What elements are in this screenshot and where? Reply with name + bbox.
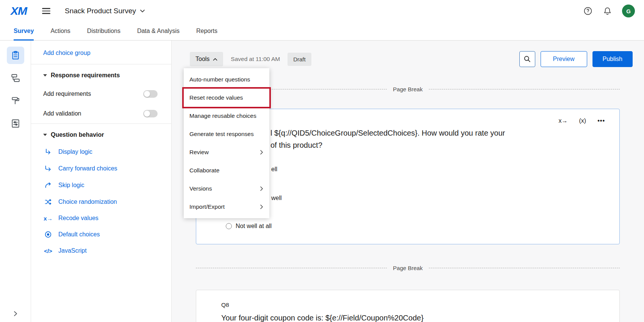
page-break-dash (196, 268, 387, 268)
chevron-right-icon (260, 186, 263, 191)
section-question-behavior[interactable]: Question behavior (31, 124, 171, 144)
menu-item-manage-reusable-choices[interactable]: Manage reusable choices (184, 107, 269, 125)
rail-survey-flow-button[interactable] (7, 69, 24, 87)
preview-button[interactable]: Preview (541, 51, 587, 67)
page-break-label: Page Break (393, 86, 422, 92)
question-id-label: Q8 (221, 302, 229, 308)
caret-down-icon (43, 134, 47, 136)
skip-logic-item[interactable]: Skip logic (31, 177, 171, 194)
add-validation-label: Add validation (43, 110, 81, 117)
rail-expand-button[interactable] (0, 311, 31, 317)
default-choices-item[interactable]: Default choices (31, 226, 171, 243)
question-text[interactable]: Your four-digit coupon code is: ${e://Fi… (221, 314, 424, 322)
chevron-right-icon (260, 204, 263, 209)
tab-survey[interactable]: Survey (14, 22, 34, 40)
menu-item-import-export[interactable]: Import/Export (184, 198, 269, 216)
menu-item-label: Generate test responses (189, 131, 254, 138)
menu-item-label: Auto-number questions (189, 76, 250, 83)
question-text-line1[interactable]: l ${q://QID5/ChoiceGroup/SelectedChoices… (270, 129, 505, 138)
menu-item-review[interactable]: Review (184, 143, 269, 161)
publish-button[interactable]: Publish (592, 51, 633, 67)
skip-logic-label: Skip logic (58, 182, 84, 189)
recode-values-item[interactable]: x→ Recode values (31, 210, 171, 226)
page-break-dash (429, 89, 620, 89)
menu-item-label: Review (189, 149, 209, 156)
question-text-line2[interactable]: of this product? (270, 141, 322, 150)
carry-forward-icon (44, 165, 52, 172)
menu-item-label: Reset recode values (189, 94, 243, 101)
tools-dropdown-button[interactable]: Tools (190, 52, 223, 66)
question-editing-panel: Add choice group Response requirements A… (31, 41, 172, 322)
piped-text-icon[interactable]: (x) (579, 117, 586, 124)
save-status-text: Saved at 11:00 AM (231, 56, 280, 63)
add-requirements-row: Add requirements (31, 84, 171, 104)
survey-options-icon (11, 119, 20, 128)
choice-option-fragment[interactable]: well (271, 195, 282, 202)
choice-randomization-item[interactable]: Choice randomization (31, 194, 171, 210)
carry-forward-choices-item[interactable]: Carry forward choices (31, 160, 171, 177)
choice-option-label: Not well at all (236, 223, 272, 230)
tools-button-label: Tools (195, 56, 209, 63)
menu-item-auto-number-questions[interactable]: Auto-number questions (184, 70, 269, 89)
default-choices-label: Default choices (58, 231, 100, 238)
recode-values-label: Recode values (58, 215, 98, 222)
survey-title-dropdown[interactable]: Snack Product Survey (65, 7, 145, 15)
menu-item-label: Import/Export (189, 203, 225, 210)
menu-item-generate-test-responses[interactable]: Generate test responses (184, 125, 269, 143)
rail-survey-builder-button[interactable] (7, 47, 24, 64)
toolbar-actions: Preview Publish (519, 51, 633, 67)
question-card-q8[interactable]: Q8 Your four-digit coupon code is: ${e:/… (196, 290, 620, 322)
tab-distributions[interactable]: Distributions (87, 22, 120, 40)
look-and-feel-icon (11, 96, 20, 106)
menu-item-reset-recode-values[interactable]: Reset recode values (184, 89, 269, 107)
carry-forward-label: Carry forward choices (58, 165, 117, 172)
tab-reports[interactable]: Reports (196, 22, 217, 40)
add-requirements-toggle[interactable] (143, 90, 158, 98)
bell-icon (603, 6, 612, 16)
choice-option-fragment[interactable]: ell (271, 166, 277, 173)
tools-dropdown-menu: Auto-number questions Reset recode value… (184, 68, 269, 218)
add-requirements-label: Add requirements (43, 91, 91, 97)
survey-canvas-area: Tools Saved at 11:00 AM Draft Preview Pu… (172, 41, 644, 322)
display-logic-icon (44, 148, 52, 156)
draft-status-badge: Draft (288, 53, 311, 66)
rail-look-feel-button[interactable] (7, 92, 24, 109)
xm-logo[interactable]: XM (11, 5, 27, 17)
search-button[interactable] (519, 51, 535, 67)
tab-actions[interactable]: Actions (50, 22, 70, 40)
top-header: XM Snack Product Survey G (0, 0, 644, 22)
hamburger-menu-icon[interactable] (41, 6, 52, 16)
chevron-right-icon (13, 311, 18, 317)
rail-survey-options-button[interactable] (7, 115, 24, 132)
menu-item-versions[interactable]: Versions (184, 180, 269, 198)
display-logic-label: Display logic (58, 148, 92, 155)
menu-item-label: Manage reusable choices (189, 113, 256, 119)
menu-item-label: Collaborate (189, 167, 219, 174)
choice-option-row[interactable]: Not well at all (226, 223, 272, 230)
search-icon (523, 55, 531, 63)
more-options-icon[interactable]: ••• (597, 117, 605, 124)
page-break: Page Break (196, 264, 620, 272)
code-icon: </> (43, 248, 53, 254)
tab-data-analysis[interactable]: Data & Analysis (137, 22, 180, 40)
survey-title: Snack Product Survey (65, 7, 136, 15)
chevron-up-icon (213, 58, 217, 61)
display-logic-item[interactable]: Display logic (31, 144, 171, 160)
avatar[interactable]: G (622, 5, 635, 17)
section-title: Question behavior (51, 131, 104, 138)
add-validation-toggle[interactable] (143, 110, 158, 117)
survey-builder-icon (11, 50, 20, 60)
radio-button-icon[interactable] (226, 223, 232, 229)
recode-values-icon: x→ (43, 215, 53, 222)
help-button[interactable] (583, 6, 593, 16)
section-response-requirements[interactable]: Response requirements (31, 64, 171, 84)
recode-values-icon[interactable]: x→ (559, 117, 568, 124)
menu-item-collaborate[interactable]: Collaborate (184, 161, 269, 180)
add-choice-group-link[interactable]: Add choice group (31, 49, 171, 64)
canvas-toolbar: Tools Saved at 11:00 AM Draft Preview Pu… (190, 51, 633, 67)
javascript-item[interactable]: </> JavaScript (31, 243, 171, 259)
page-break-label: Page Break (393, 265, 422, 271)
question-quick-actions: x→ (x) ••• (559, 117, 605, 124)
chevron-right-icon (260, 150, 263, 155)
notifications-button[interactable] (603, 6, 612, 16)
